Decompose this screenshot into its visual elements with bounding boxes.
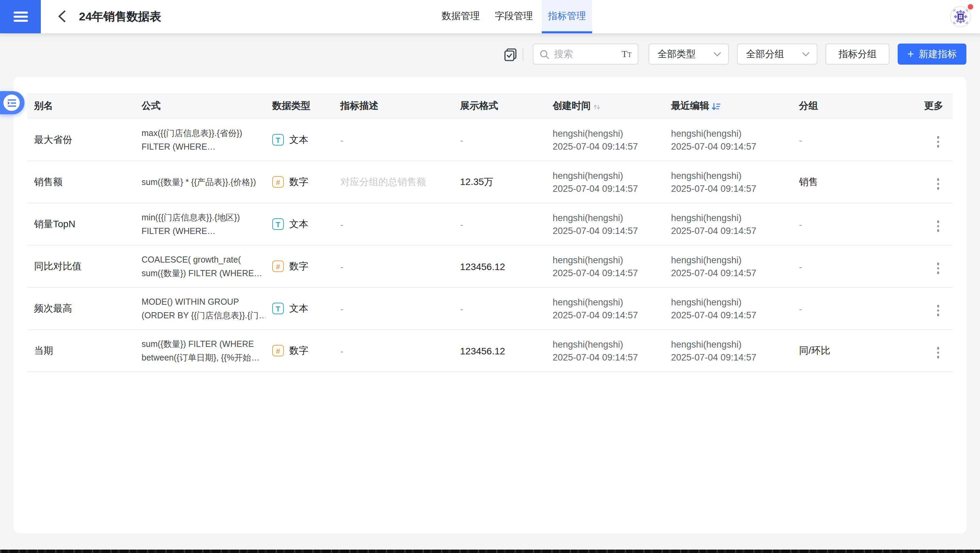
- column-header-9: 更多: [907, 100, 953, 112]
- metrics-card: 别名公式数据类型指标描述展示格式创建时间最近编辑分组更多 最大省份max({{门…: [14, 77, 966, 533]
- group-filter-select[interactable]: 全部分组: [737, 43, 817, 65]
- group-cell: 同/环比: [792, 345, 907, 357]
- page-title: 24年销售数据表: [79, 0, 161, 33]
- more-cell: [907, 298, 953, 319]
- type-label: 文本: [289, 302, 308, 315]
- search-placeholder: 搜索: [554, 48, 622, 60]
- more-cell: [907, 340, 953, 361]
- type-filter-value: 全部类型: [657, 48, 713, 60]
- back-button[interactable]: [54, 9, 69, 24]
- metric-type: T文本: [266, 133, 334, 146]
- tab-1[interactable]: 数据管理: [436, 0, 486, 33]
- chevron-down-icon: [802, 51, 810, 57]
- type-label: 数字: [289, 260, 308, 272]
- metric-description: -: [334, 345, 453, 356]
- tab-bar: 数据管理字段管理指标管理: [434, 0, 593, 33]
- edited-cell: hengshi(hengshi)2025-07-04 09:14:57: [664, 211, 792, 237]
- column-label: 指标描述: [340, 100, 379, 111]
- metric-type: T文本: [266, 302, 334, 315]
- table-row: 销售额sum({数量} * {{产品表}}.{价格})#数字对应分组的总销售额1…: [27, 161, 953, 203]
- more-cell: [907, 130, 953, 150]
- metric-formula: min({{门店信息表}}.{地区})FILTER (WHERE…: [135, 211, 266, 238]
- group-cell: -: [792, 303, 907, 314]
- more-cell: [907, 214, 953, 234]
- type-label: 文本: [289, 133, 308, 146]
- edited-cell: hengshi(hengshi)2025-07-04 09:14:57: [664, 338, 792, 364]
- table-row: 同比对比值COALESCE( growth_rate(sum({数量}) FIL…: [27, 246, 953, 288]
- column-label: 数据类型: [272, 100, 310, 111]
- hamburger-menu-button[interactable]: [0, 0, 41, 33]
- text-type-icon: T: [272, 218, 284, 230]
- metric-description: -: [334, 134, 453, 145]
- metric-name: 最大省份: [27, 133, 135, 146]
- display-format: 123456.12: [453, 261, 546, 272]
- new-metric-label: 新建指标: [919, 43, 957, 65]
- metric-name: 当期: [27, 345, 135, 357]
- tab-2[interactable]: 字段管理: [488, 0, 539, 33]
- avatar[interactable]: [950, 6, 971, 27]
- table-header: 别名公式数据类型指标描述展示格式创建时间最近编辑分组更多: [27, 93, 953, 119]
- column-label: 更多: [924, 100, 943, 111]
- hamburger-icon: [13, 10, 27, 24]
- metric-type: #数字: [266, 345, 334, 357]
- sort-icon[interactable]: [593, 102, 601, 110]
- column-label: 创建时间: [553, 100, 591, 112]
- kebab-menu[interactable]: [933, 176, 943, 192]
- edited-cell: hengshi(hengshi)2025-07-04 09:14:57: [664, 127, 792, 153]
- more-cell: [907, 172, 953, 192]
- group-cell: -: [792, 134, 907, 145]
- dock-strip: [0, 550, 980, 553]
- new-metric-button[interactable]: + 新建指标: [898, 43, 966, 65]
- table-row: 频次最高MODE() WITHIN GROUP(ORDER BY {{门店信息表…: [27, 288, 953, 330]
- created-cell: hengshi(hengshi)2025-07-04 09:14:57: [546, 253, 664, 279]
- table-row: 最大省份max({{门店信息表}}.{省份})FILTER (WHERE…T文本…: [27, 119, 953, 161]
- sidebar-expand-button[interactable]: [0, 91, 24, 114]
- avatar-pattern: [951, 7, 970, 27]
- group-cell: -: [792, 219, 907, 230]
- match-case-icon[interactable]: TT: [622, 49, 632, 59]
- display-format: 123456.12: [453, 345, 546, 356]
- divider: [523, 48, 523, 60]
- column-label: 最近编辑: [671, 100, 709, 112]
- metric-type: #数字: [266, 176, 334, 188]
- metric-description: -: [334, 219, 453, 230]
- toolbar: 搜索 TT 全部类型 全部分组 指标分组 + 新建指标: [0, 43, 966, 65]
- metric-name: 销售额: [27, 176, 135, 188]
- metric-description: 对应分组的总销售额: [334, 176, 453, 188]
- column-header-6[interactable]: 创建时间: [546, 100, 664, 112]
- kebab-menu[interactable]: [933, 218, 943, 234]
- metric-formula: sum({数量}) FILTER (WHEREbetween({订单日期}, {…: [135, 337, 266, 364]
- chevron-left-icon: [58, 10, 66, 22]
- plus-icon: +: [907, 48, 914, 60]
- column-header-8: 分组: [792, 100, 907, 112]
- group-cell: 销售: [792, 176, 907, 188]
- column-label: 分组: [799, 100, 818, 111]
- tab-3[interactable]: 指标管理: [542, 0, 592, 33]
- metric-group-button[interactable]: 指标分组: [826, 43, 889, 65]
- edited-cell: hengshi(hengshi)2025-07-04 09:14:57: [664, 253, 792, 279]
- column-header-1: 别名: [27, 100, 135, 112]
- column-header-5: 展示格式: [453, 100, 546, 112]
- column-label: 别名: [34, 100, 53, 111]
- kebab-menu[interactable]: [933, 260, 943, 276]
- sort-active-icon[interactable]: [711, 102, 721, 111]
- created-cell: hengshi(hengshi)2025-07-04 09:14:57: [546, 127, 664, 153]
- metric-formula: sum({数量} * {{产品表}}.{价格}): [135, 175, 266, 189]
- metric-type: #数字: [266, 260, 334, 272]
- created-cell: hengshi(hengshi)2025-07-04 09:14:57: [546, 169, 664, 195]
- number-type-icon: #: [272, 345, 284, 356]
- kebab-menu[interactable]: [933, 133, 943, 150]
- batch-select-icon[interactable]: [504, 47, 517, 61]
- column-header-7[interactable]: 最近编辑: [664, 100, 792, 112]
- search-input[interactable]: 搜索 TT: [533, 43, 638, 65]
- kebab-menu[interactable]: [933, 345, 943, 361]
- type-label: 数字: [289, 176, 308, 188]
- number-type-icon: #: [272, 261, 284, 272]
- type-label: 数字: [289, 345, 308, 357]
- metric-description: -: [334, 261, 453, 272]
- text-type-icon: T: [272, 134, 284, 146]
- kebab-menu[interactable]: [933, 302, 943, 319]
- type-filter-select[interactable]: 全部类型: [649, 43, 729, 65]
- menu-unfold-icon: [7, 99, 16, 106]
- metric-formula: COALESCE( growth_rate(sum({数量}) FILTER (…: [135, 253, 266, 280]
